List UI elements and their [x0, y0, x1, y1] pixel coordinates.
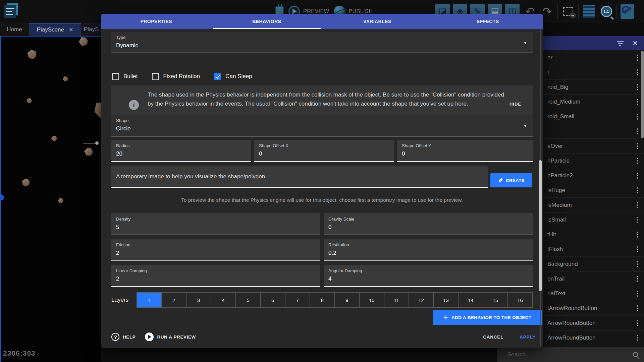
create-button[interactable]: ✎ CREATE: [490, 173, 532, 187]
asteroid-object[interactable]: [93, 101, 101, 119]
run-preview-label: RUN A PREVIEW: [157, 335, 196, 340]
can-sleep-checkbox[interactable]: Can Sleep: [214, 73, 252, 80]
linear-damping-label: Linear Damping: [116, 268, 147, 273]
toolbar-separator: [557, 4, 558, 18]
asteroid-object[interactable]: [79, 37, 88, 46]
kebab-menu-icon[interactable]: [631, 335, 644, 341]
fixed-rotation-checkbox[interactable]: Fixed Rotation: [152, 73, 200, 80]
tab-close-icon[interactable]: ✕: [69, 26, 73, 33]
gdevelop-app: PREVIEW PUBLISH ◪ ◈ ✎ ▤ ◫ ↶ ↷ 1:1: [0, 0, 644, 362]
layer-button-5[interactable]: 5: [236, 293, 261, 307]
checkbox-icon: [112, 73, 119, 80]
cancel-button[interactable]: CANCEL: [483, 335, 503, 340]
layer-button-15[interactable]: 15: [483, 293, 508, 307]
layers-label: Layers: [111, 297, 137, 303]
layer-button-9[interactable]: 9: [335, 293, 360, 307]
fixed-rotation-label: Fixed Rotation: [163, 73, 200, 80]
friction-field[interactable]: Friction 2: [111, 239, 320, 261]
kebab-menu-icon[interactable]: [631, 291, 644, 297]
sidebar-scrollbar[interactable]: [641, 51, 644, 138]
tab-effects[interactable]: EFFECTS: [433, 14, 543, 29]
kebab-menu-icon[interactable]: [631, 158, 644, 164]
kebab-menu-icon[interactable]: [631, 187, 644, 193]
linear-damping-field[interactable]: Linear Damping 2: [111, 265, 320, 287]
project-manager-icon[interactable]: [4, 3, 18, 18]
asteroid-object[interactable]: [63, 76, 68, 81]
tab-playscene-events[interactable]: PlayS: [81, 23, 101, 36]
kebab-menu-icon[interactable]: [631, 246, 644, 252]
create-label: CREATE: [506, 178, 525, 183]
layer-button-2[interactable]: 2: [162, 293, 186, 307]
dialog-footer: ? HELP RUN A PREVIEW CANCEL APPLY: [111, 329, 536, 344]
shape-offset-y-field[interactable]: Shape Offset Y 0: [397, 140, 533, 162]
zoom-ratio-icon[interactable]: 1:1: [599, 4, 613, 19]
bullet-checkbox[interactable]: Bullet: [112, 73, 138, 80]
kebab-menu-icon[interactable]: [631, 232, 644, 238]
layer-button-14[interactable]: 14: [459, 293, 483, 307]
layer-button-4[interactable]: 4: [211, 293, 236, 307]
angular-damping-value: 4: [328, 276, 331, 282]
dialog-scrollbar-thumb[interactable]: [539, 160, 542, 291]
add-behavior-button[interactable]: + ADD A BEHAVIOR TO THE OBJECT: [433, 310, 542, 325]
layer-button-3[interactable]: 3: [186, 293, 211, 307]
can-sleep-label: Can Sleep: [225, 73, 252, 80]
kebab-menu-icon[interactable]: [631, 173, 644, 179]
kebab-menu-icon[interactable]: [631, 202, 644, 208]
project-settings-icon[interactable]: [620, 4, 634, 19]
help-button[interactable]: ? HELP: [111, 333, 136, 341]
apply-button[interactable]: APPLY: [520, 335, 536, 340]
temp-image-field[interactable]: A temporary image to help you visualize …: [111, 166, 488, 188]
deselect-area-icon[interactable]: [561, 4, 575, 19]
kebab-menu-icon[interactable]: [631, 261, 644, 267]
grid-icon[interactable]: [582, 4, 596, 19]
asteroid-object[interactable]: [25, 97, 33, 105]
turret-object[interactable]: [83, 143, 97, 143]
tab-home[interactable]: Home: [0, 23, 29, 36]
tab-playscene[interactable]: PlayScene ✕: [29, 23, 81, 36]
kebab-menu-icon[interactable]: [631, 320, 644, 326]
info-icon: i: [129, 100, 139, 110]
gravity-scale-field[interactable]: Gravity Scale 0: [324, 213, 533, 235]
shape-offset-x-field[interactable]: Shape Offset X 0: [254, 140, 394, 162]
play-circle-icon: [145, 333, 154, 341]
asteroid-object[interactable]: [58, 198, 63, 203]
asteroid-object[interactable]: [26, 49, 38, 60]
question-icon: ?: [111, 333, 119, 341]
layer-button-6[interactable]: 6: [261, 293, 285, 307]
tab-properties[interactable]: PROPERTIES: [101, 14, 212, 29]
layer-button-16[interactable]: 16: [508, 293, 532, 307]
run-preview-button[interactable]: RUN A PREVIEW: [145, 333, 196, 341]
hide-button[interactable]: HIDE: [509, 102, 521, 107]
close-icon[interactable]: ✕: [632, 39, 638, 47]
layer-button-7[interactable]: 7: [285, 293, 310, 307]
layer-button-10[interactable]: 10: [360, 293, 384, 307]
density-field[interactable]: Density 5: [111, 213, 320, 235]
tab-behaviors[interactable]: BEHAVIORS: [212, 14, 322, 29]
restitution-field[interactable]: Restitution 0.2: [324, 239, 533, 261]
object-search-box[interactable]: Search: [497, 347, 644, 362]
behavior-dialog: PROPERTIES BEHAVIORS VARIABLES EFFECTS T…: [101, 14, 543, 348]
asteroid-object[interactable]: [84, 147, 94, 157]
layer-button-13[interactable]: 13: [434, 293, 459, 307]
kebab-menu-icon[interactable]: [631, 143, 644, 149]
layer-button-8[interactable]: 8: [310, 293, 335, 307]
layer-button-1[interactable]: 1: [137, 293, 162, 307]
restitution-value: 0.2: [328, 250, 336, 256]
layer-button-11[interactable]: 11: [384, 293, 409, 307]
kebab-menu-icon[interactable]: [631, 305, 644, 311]
scene-origin-handle[interactable]: [0, 194, 4, 200]
kebab-menu-icon[interactable]: [631, 217, 644, 223]
linear-damping-value: 2: [116, 276, 119, 282]
asteroid-object[interactable]: [20, 177, 31, 188]
shape-select[interactable]: Shape Circle ▼: [111, 115, 533, 136]
layer-button-12[interactable]: 12: [409, 293, 434, 307]
filter-icon[interactable]: [617, 41, 624, 46]
radius-field[interactable]: Radius 20: [111, 140, 251, 162]
type-select[interactable]: Type Dynamic ▼: [111, 32, 533, 53]
angular-damping-field[interactable]: Angular Damping 4: [324, 265, 533, 287]
scene-canvas[interactable]: 2306;303: [0, 36, 101, 362]
radius-label: Radius: [116, 143, 129, 148]
kebab-menu-icon[interactable]: [631, 276, 644, 282]
tab-variables[interactable]: VARIABLES: [322, 14, 433, 29]
asteroid-object[interactable]: [51, 136, 57, 141]
